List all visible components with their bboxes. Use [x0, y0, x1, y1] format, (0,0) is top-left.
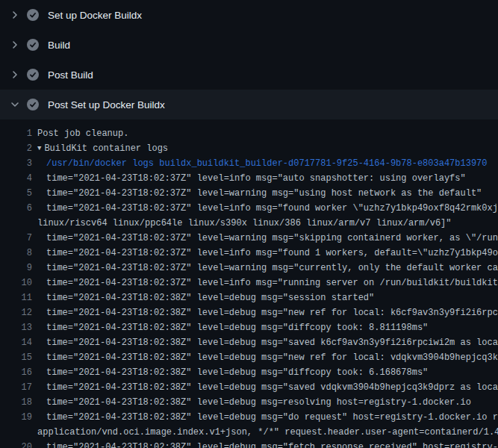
step-label: Set up Docker Buildx	[48, 10, 142, 21]
chevron-right-icon	[9, 69, 21, 81]
log-line: linux/riscv64 linux/ppc64le linux/s390x …	[0, 216, 498, 231]
log-line: 18 time="2021-04-23T18:02:38Z" level=deb…	[0, 395, 498, 410]
log-line: 9 time="2021-04-23T18:02:37Z" level=warn…	[0, 261, 498, 276]
actions-log-viewer: Set up Docker Buildx Build Post Build	[0, 0, 498, 448]
log-line: 19 time="2021-04-23T18:02:38Z" level=deb…	[0, 410, 498, 425]
line-text: time="2021-04-23T18:02:38Z" level=debug …	[46, 410, 498, 425]
line-text: time="2021-04-23T18:02:38Z" level=debug …	[46, 380, 498, 395]
check-circle-icon	[27, 39, 39, 51]
line-text: time="2021-04-23T18:02:38Z" level=debug …	[46, 335, 498, 350]
line-number[interactable]: 20	[0, 440, 32, 448]
log-line: 13 time="2021-04-23T18:02:38Z" level=deb…	[0, 320, 498, 335]
line-number[interactable]: 18	[0, 395, 32, 410]
line-text: time="2021-04-23T18:02:37Z" level=info m…	[46, 246, 498, 261]
line-text: time="2021-04-23T18:02:38Z" level=debug …	[46, 395, 471, 410]
line-number[interactable]: 7	[0, 231, 32, 246]
line-number[interactable]: 15	[0, 350, 32, 365]
log-line: application/vnd.oci.image.index.v1+json,…	[0, 425, 498, 440]
line-number[interactable]: 11	[0, 290, 32, 305]
line-number[interactable]	[0, 216, 32, 231]
line-text: time="2021-04-23T18:02:37Z" level=info m…	[46, 171, 466, 186]
line-number[interactable]: 13	[0, 320, 32, 335]
step-label: Post Build	[48, 69, 93, 81]
line-text: time="2021-04-23T18:02:37Z" level=warnin…	[46, 261, 498, 276]
log-line: 2 ▼ BuildKit container logs	[0, 141, 498, 156]
chevron-down-icon	[9, 99, 21, 111]
log-line: 4 time="2021-04-23T18:02:37Z" level=info…	[0, 171, 498, 186]
line-text: Post job cleanup.	[37, 126, 128, 141]
line-text: BuildKit container logs	[44, 141, 168, 156]
line-number[interactable]: 3	[0, 156, 32, 171]
line-text: time="2021-04-23T18:02:37Z" level=info m…	[46, 201, 498, 216]
log-line: 16 time="2021-04-23T18:02:38Z" level=deb…	[0, 365, 498, 380]
line-text: linux/riscv64 linux/ppc64le linux/s390x …	[37, 216, 452, 231]
line-text: time="2021-04-23T18:02:38Z" level=debug …	[46, 305, 498, 320]
line-number[interactable]	[0, 425, 32, 440]
line-number[interactable]: 10	[0, 276, 32, 290]
line-number[interactable]: 12	[0, 305, 32, 320]
line-text: /usr/bin/docker logs buildx_buildkit_bui…	[46, 156, 488, 171]
check-circle-icon	[27, 69, 39, 81]
log-lines: 1 Post job cleanup. 2 ▼ BuildKit contain…	[0, 119, 498, 448]
line-number[interactable]: 8	[0, 246, 32, 261]
line-text: time="2021-04-23T18:02:37Z" level=warnin…	[46, 186, 482, 201]
line-number[interactable]: 14	[0, 335, 32, 350]
group-toggle-icon[interactable]: ▼	[37, 141, 41, 156]
log-line: 12 time="2021-04-23T18:02:38Z" level=deb…	[0, 305, 498, 320]
line-number[interactable]: 9	[0, 261, 32, 276]
log-line: 6 time="2021-04-23T18:02:37Z" level=info…	[0, 201, 498, 216]
step-header-post-set-up-docker-buildx[interactable]: Post Set up Docker Buildx	[0, 90, 498, 119]
check-circle-icon	[27, 9, 39, 21]
line-text: time="2021-04-23T18:02:37Z" level=warnin…	[46, 231, 498, 246]
log-line: 17 time="2021-04-23T18:02:38Z" level=deb…	[0, 380, 498, 395]
line-number[interactable]: 5	[0, 186, 32, 201]
log-line: 1 Post job cleanup.	[0, 126, 498, 141]
line-text: time="2021-04-23T18:02:38Z" level=debug …	[46, 290, 374, 305]
chevron-right-icon	[9, 39, 21, 51]
step-header-set-up-docker-buildx[interactable]: Set up Docker Buildx	[0, 0, 498, 30]
line-number[interactable]: 4	[0, 171, 32, 186]
line-text: time="2021-04-23T18:02:38Z" level=debug …	[46, 350, 498, 365]
log-line: 10 time="2021-04-23T18:02:37Z" level=inf…	[0, 276, 498, 290]
step-header-build[interactable]: Build	[0, 30, 498, 60]
line-number[interactable]: 19	[0, 410, 32, 425]
step-label: Post Set up Docker Buildx	[48, 99, 165, 111]
log-line: 7 time="2021-04-23T18:02:37Z" level=warn…	[0, 231, 498, 246]
line-number[interactable]: 2	[0, 141, 32, 156]
step-label: Build	[48, 40, 70, 51]
line-text: time="2021-04-23T18:02:38Z" level=debug …	[46, 440, 498, 448]
step-list: Set up Docker Buildx Build Post Build	[0, 0, 498, 119]
log-line: 3 /usr/bin/docker logs buildx_buildkit_b…	[0, 156, 498, 171]
step-header-post-build[interactable]: Post Build	[0, 60, 498, 90]
log-line: 5 time="2021-04-23T18:02:37Z" level=warn…	[0, 186, 498, 201]
line-text: application/vnd.oci.image.index.v1+json,…	[37, 425, 498, 440]
log-line: 20 time="2021-04-23T18:02:38Z" level=deb…	[0, 440, 498, 448]
log-line: 11 time="2021-04-23T18:02:38Z" level=deb…	[0, 290, 498, 305]
log-line: 8 time="2021-04-23T18:02:37Z" level=info…	[0, 246, 498, 261]
check-circle-icon	[27, 99, 39, 111]
line-number[interactable]: 16	[0, 365, 32, 380]
log-line: 14 time="2021-04-23T18:02:38Z" level=deb…	[0, 335, 498, 350]
line-number[interactable]: 6	[0, 201, 32, 216]
line-number[interactable]: 1	[0, 126, 32, 141]
log-line: 15 time="2021-04-23T18:02:38Z" level=deb…	[0, 350, 498, 365]
line-text: time="2021-04-23T18:02:37Z" level=info m…	[46, 276, 498, 290]
line-number[interactable]: 17	[0, 380, 32, 395]
line-text: time="2021-04-23T18:02:38Z" level=debug …	[46, 320, 428, 335]
chevron-right-icon	[9, 9, 21, 21]
line-text: time="2021-04-23T18:02:38Z" level=debug …	[46, 365, 428, 380]
